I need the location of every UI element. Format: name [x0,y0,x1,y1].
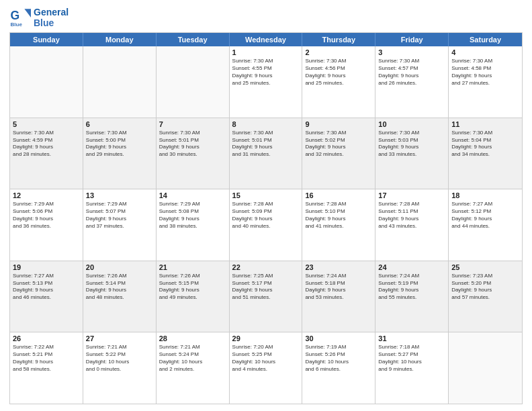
page: G Blue General Blue SundayMondayTuesdayW… [0,0,532,411]
day-info: Sunrise: 7:21 AM Sunset: 5:22 PM Dayligh… [86,344,153,373]
svg-text:Blue: Blue [11,21,23,28]
cal-week-1: 5Sunrise: 7:30 AM Sunset: 4:59 PM Daylig… [10,118,522,189]
cal-cell [10,46,83,118]
day-info: Sunrise: 7:27 AM Sunset: 5:12 PM Dayligh… [451,201,519,230]
day-number: 5 [13,120,80,128]
day-info: Sunrise: 7:25 AM Sunset: 5:17 PM Dayligh… [232,273,300,302]
day-number: 3 [378,48,445,56]
header: G Blue General Blue [9,7,523,28]
cal-cell: 14Sunrise: 7:29 AM Sunset: 5:08 PM Dayli… [157,189,230,261]
day-number: 25 [451,263,519,271]
day-number: 8 [232,120,300,128]
header-day-saturday: Saturday [449,33,522,46]
cal-cell: 16Sunrise: 7:28 AM Sunset: 5:10 PM Dayli… [302,189,375,261]
header-day-wednesday: Wednesday [230,33,303,46]
cal-cell: 7Sunrise: 7:30 AM Sunset: 5:01 PM Daylig… [157,118,230,189]
cal-cell: 31Sunrise: 7:18 AM Sunset: 5:27 PM Dayli… [375,332,449,404]
day-number: 24 [378,263,445,271]
day-number: 27 [86,334,153,342]
cal-cell: 25Sunrise: 7:23 AM Sunset: 5:20 PM Dayli… [449,261,522,332]
cal-week-2: 12Sunrise: 7:29 AM Sunset: 5:06 PM Dayli… [10,189,522,261]
cal-cell [449,332,522,404]
day-info: Sunrise: 7:23 AM Sunset: 5:20 PM Dayligh… [451,273,519,302]
cal-cell [157,46,230,118]
cal-cell: 23Sunrise: 7:24 AM Sunset: 5:18 PM Dayli… [302,261,375,332]
cal-cell: 24Sunrise: 7:24 AM Sunset: 5:19 PM Dayli… [375,261,449,332]
header-day-tuesday: Tuesday [157,33,230,46]
day-info: Sunrise: 7:21 AM Sunset: 5:24 PM Dayligh… [159,344,226,373]
day-info: Sunrise: 7:26 AM Sunset: 5:14 PM Dayligh… [86,273,153,302]
cal-week-3: 19Sunrise: 7:27 AM Sunset: 5:13 PM Dayli… [10,261,522,332]
cal-cell: 13Sunrise: 7:29 AM Sunset: 5:07 PM Dayli… [83,189,157,261]
cal-cell: 30Sunrise: 7:19 AM Sunset: 5:26 PM Dayli… [302,332,375,404]
cal-cell: 2Sunrise: 7:30 AM Sunset: 4:56 PM Daylig… [302,46,375,118]
day-number: 7 [159,120,226,128]
day-info: Sunrise: 7:30 AM Sunset: 5:00 PM Dayligh… [86,130,153,158]
cal-cell: 20Sunrise: 7:26 AM Sunset: 5:14 PM Dayli… [83,261,157,332]
logo: G Blue General Blue [9,7,69,28]
cal-cell: 5Sunrise: 7:30 AM Sunset: 4:59 PM Daylig… [10,118,83,189]
day-number: 17 [378,191,445,199]
day-info: Sunrise: 7:30 AM Sunset: 5:01 PM Dayligh… [159,130,226,158]
day-info: Sunrise: 7:20 AM Sunset: 5:25 PM Dayligh… [232,344,300,373]
day-number: 30 [305,334,372,342]
cal-cell: 8Sunrise: 7:30 AM Sunset: 5:01 PM Daylig… [230,118,303,189]
day-info: Sunrise: 7:27 AM Sunset: 5:13 PM Dayligh… [13,273,80,302]
calendar-header: SundayMondayTuesdayWednesdayThursdayFrid… [10,33,522,46]
cal-cell: 12Sunrise: 7:29 AM Sunset: 5:06 PM Dayli… [10,189,83,261]
day-number: 10 [378,120,445,128]
day-info: Sunrise: 7:28 AM Sunset: 5:09 PM Dayligh… [232,201,300,230]
day-number: 2 [305,48,372,56]
day-number: 14 [159,191,226,199]
logo-line1: General [34,7,69,17]
day-info: Sunrise: 7:24 AM Sunset: 5:19 PM Dayligh… [378,273,445,302]
logo-icon: G Blue [9,7,31,28]
day-info: Sunrise: 7:28 AM Sunset: 5:10 PM Dayligh… [305,201,372,230]
day-number: 31 [378,334,445,342]
day-number: 15 [232,191,300,199]
cal-week-4: 26Sunrise: 7:22 AM Sunset: 5:21 PM Dayli… [10,332,522,404]
day-number: 26 [13,334,80,342]
day-number: 29 [232,334,300,342]
cal-cell: 11Sunrise: 7:30 AM Sunset: 5:04 PM Dayli… [449,118,522,189]
header-day-sunday: Sunday [10,33,83,46]
cal-week-0: 1Sunrise: 7:30 AM Sunset: 4:55 PM Daylig… [10,46,522,118]
day-info: Sunrise: 7:30 AM Sunset: 4:59 PM Dayligh… [13,130,80,158]
day-number: 23 [305,263,372,271]
cal-cell: 27Sunrise: 7:21 AM Sunset: 5:22 PM Dayli… [83,332,157,404]
cal-cell: 19Sunrise: 7:27 AM Sunset: 5:13 PM Dayli… [10,261,83,332]
day-info: Sunrise: 7:30 AM Sunset: 5:04 PM Dayligh… [451,130,519,158]
cal-cell: 18Sunrise: 7:27 AM Sunset: 5:12 PM Dayli… [449,189,522,261]
day-number: 21 [159,263,226,271]
day-number: 13 [86,191,153,199]
day-info: Sunrise: 7:29 AM Sunset: 5:06 PM Dayligh… [13,201,80,230]
day-number: 18 [451,191,519,199]
cal-cell: 15Sunrise: 7:28 AM Sunset: 5:09 PM Dayli… [230,189,303,261]
svg-text:G: G [11,9,20,22]
day-info: Sunrise: 7:30 AM Sunset: 4:57 PM Dayligh… [378,58,445,87]
cal-cell: 21Sunrise: 7:26 AM Sunset: 5:15 PM Dayli… [157,261,230,332]
cal-cell: 4Sunrise: 7:30 AM Sunset: 4:58 PM Daylig… [449,46,522,118]
cal-cell: 29Sunrise: 7:20 AM Sunset: 5:25 PM Dayli… [230,332,303,404]
day-number: 28 [159,334,226,342]
day-info: Sunrise: 7:19 AM Sunset: 5:26 PM Dayligh… [305,344,372,373]
day-number: 1 [232,48,300,56]
day-info: Sunrise: 7:30 AM Sunset: 5:03 PM Dayligh… [378,130,445,158]
cal-cell: 28Sunrise: 7:21 AM Sunset: 5:24 PM Dayli… [157,332,230,404]
cal-cell: 6Sunrise: 7:30 AM Sunset: 5:00 PM Daylig… [83,118,157,189]
day-info: Sunrise: 7:30 AM Sunset: 4:56 PM Dayligh… [305,58,372,87]
header-day-thursday: Thursday [302,33,375,46]
day-info: Sunrise: 7:29 AM Sunset: 5:07 PM Dayligh… [86,201,153,230]
day-info: Sunrise: 7:28 AM Sunset: 5:11 PM Dayligh… [378,201,445,230]
day-info: Sunrise: 7:26 AM Sunset: 5:15 PM Dayligh… [159,273,226,302]
day-number: 9 [305,120,372,128]
day-number: 19 [13,263,80,271]
day-info: Sunrise: 7:24 AM Sunset: 5:18 PM Dayligh… [305,273,372,302]
day-number: 6 [86,120,153,128]
day-number: 12 [13,191,80,199]
header-day-friday: Friday [375,33,449,46]
day-number: 20 [86,263,153,271]
cal-cell [83,46,157,118]
cal-cell: 26Sunrise: 7:22 AM Sunset: 5:21 PM Dayli… [10,332,83,404]
day-info: Sunrise: 7:30 AM Sunset: 5:01 PM Dayligh… [232,130,300,158]
